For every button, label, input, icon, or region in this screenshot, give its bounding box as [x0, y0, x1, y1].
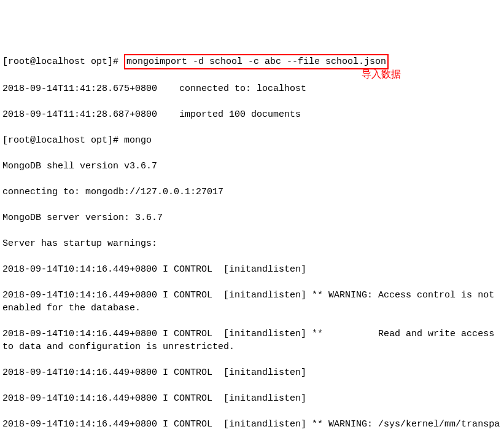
- terminal-line: 2018-09-14T10:14:16.449+0800 I CONTROL […: [2, 328, 502, 353]
- annotation-import-data: 导入数据: [362, 68, 401, 81]
- shell-prompt: [root@localhost opt]#: [2, 57, 124, 67]
- terminal-line: Server has startup warnings:: [2, 237, 502, 250]
- terminal-line: 2018-09-14T10:14:16.449+0800 I CONTROL […: [2, 366, 502, 379]
- terminal-line: MongoDB shell version v3.6.7: [2, 160, 502, 173]
- terminal-line: [root@localhost opt]# mongoimport -d sch…: [2, 54, 502, 69]
- terminal-line: [root@localhost opt]# mongo: [2, 134, 502, 147]
- terminal-line: 2018-09-14T10:14:16.449+0800 I CONTROL […: [2, 418, 502, 432]
- terminal-line: 2018-09-14T10:14:16.449+0800 I CONTROL […: [2, 392, 502, 405]
- terminal-line: 2018-09-14T11:41:28.687+0800 imported 10…: [2, 108, 502, 121]
- terminal-line: 2018-09-14T10:14:16.449+0800 I CONTROL […: [2, 263, 502, 276]
- terminal-line: connecting to: mongodb://127.0.0.1:27017: [2, 186, 502, 198]
- terminal-line: 2018-09-14T10:14:16.449+0800 I CONTROL […: [2, 289, 502, 315]
- highlighted-command: mongoimport -d school -c abc --file scho…: [124, 54, 389, 69]
- terminal-line: 2018-09-14T11:41:28.675+0800 connected t…: [2, 82, 502, 95]
- terminal-line: MongoDB server version: 3.6.7: [2, 211, 502, 224]
